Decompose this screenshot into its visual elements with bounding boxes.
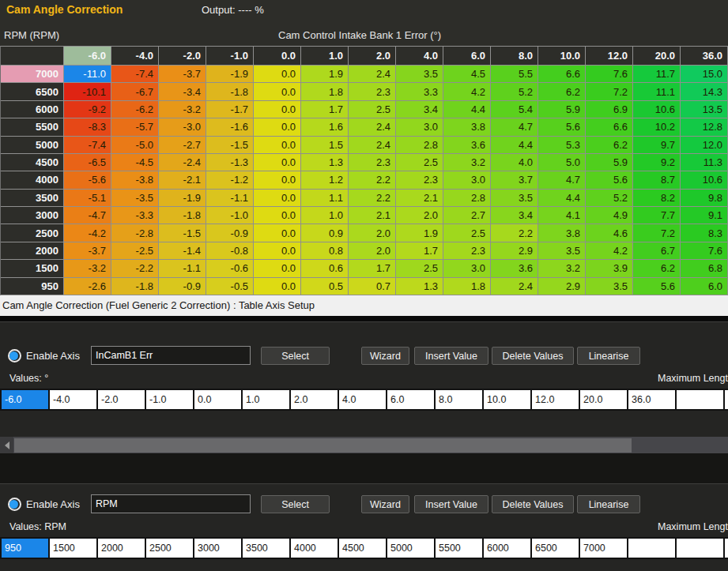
table-cell[interactable]: 7.6 xyxy=(681,242,728,260)
axis-value-cell[interactable]: -6.0 xyxy=(2,390,48,409)
table-cell[interactable]: -0.8 xyxy=(206,242,254,260)
table-cell[interactable]: -8.3 xyxy=(64,118,111,136)
column-header-cell[interactable]: 8.0 xyxy=(491,47,538,66)
table-cell[interactable]: 2.7 xyxy=(443,207,491,224)
table-cell[interactable]: -1.9 xyxy=(206,66,254,83)
table-cell[interactable]: 1.7 xyxy=(301,101,349,118)
table-cell[interactable]: 2.0 xyxy=(349,242,396,260)
table-cell[interactable]: 3.2 xyxy=(538,260,586,277)
table-cell[interactable]: -1.0 xyxy=(206,207,254,224)
table-cell[interactable]: -2.1 xyxy=(159,171,206,189)
table-cell[interactable]: 8.2 xyxy=(633,190,681,207)
axis-value-cell[interactable]: 7000 xyxy=(580,539,627,558)
table-cell[interactable]: -3.7 xyxy=(64,242,111,260)
table-cell[interactable]: 3.6 xyxy=(443,137,491,154)
scroll-left-arrow-icon[interactable] xyxy=(0,437,13,454)
table-cell[interactable]: 1.9 xyxy=(396,224,443,242)
table-cell[interactable]: -1.1 xyxy=(206,190,254,207)
row-header-cell[interactable]: 3500 xyxy=(1,190,64,207)
table-cell[interactable]: -1.8 xyxy=(159,207,206,224)
column-header-cell[interactable]: 36.0 xyxy=(681,47,728,66)
row-header-cell[interactable]: 5000 xyxy=(1,137,64,154)
table-cell[interactable]: 2.2 xyxy=(491,224,538,242)
table-cell[interactable]: -1.5 xyxy=(159,224,206,242)
table-cell[interactable]: 6.0 xyxy=(681,278,728,295)
column-header-cell[interactable]: 12.0 xyxy=(586,47,633,66)
table-cell[interactable]: 5.2 xyxy=(586,190,633,207)
axis-value-cell[interactable]: 12.0 xyxy=(532,390,579,409)
table-cell[interactable]: 0.0 xyxy=(254,137,301,154)
axis-channel-input[interactable] xyxy=(91,494,251,513)
table-cell[interactable]: 3.8 xyxy=(538,224,586,242)
axis-empty-cell[interactable] xyxy=(628,539,675,558)
table-cell[interactable]: -6.2 xyxy=(111,101,159,118)
table-cell[interactable]: 2.9 xyxy=(491,242,538,260)
table-cell[interactable]: -3.7 xyxy=(159,66,206,83)
row-header-cell[interactable]: 5500 xyxy=(1,118,64,136)
table-cell[interactable]: -0.5 xyxy=(206,278,254,295)
table-cell[interactable]: 0.0 xyxy=(254,66,301,83)
table-cell[interactable]: 1.0 xyxy=(301,207,349,224)
axis-value-cell[interactable]: 4000 xyxy=(291,539,338,558)
table-cell[interactable]: 0.0 xyxy=(254,242,301,260)
axis-value-cell[interactable]: 5000 xyxy=(387,539,434,558)
axis-value-cell[interactable]: 6500 xyxy=(532,539,579,558)
table-cell[interactable]: 6.2 xyxy=(586,137,633,154)
table-cell[interactable]: 2.8 xyxy=(396,137,443,154)
table-cell[interactable]: 0.0 xyxy=(254,154,301,171)
scrollbar-thumb[interactable] xyxy=(14,438,632,453)
table-cell[interactable]: 4.2 xyxy=(443,83,491,100)
select-button[interactable]: Select xyxy=(261,347,330,365)
table-cell[interactable]: 5.4 xyxy=(491,101,538,118)
row-header-cell[interactable]: 1500 xyxy=(1,260,64,277)
table-cell[interactable]: 6.6 xyxy=(538,66,586,83)
table-cell[interactable]: 2.5 xyxy=(396,260,443,277)
table-cell[interactable]: 3.9 xyxy=(586,260,633,277)
table-cell[interactable]: 0.0 xyxy=(254,260,301,277)
table-cell[interactable]: 2.2 xyxy=(349,190,396,207)
table-cell[interactable]: 3.3 xyxy=(396,83,443,100)
table-cell[interactable]: -2.8 xyxy=(111,224,159,242)
table-cell[interactable]: -1.7 xyxy=(206,101,254,118)
table-cell[interactable]: 1.3 xyxy=(301,154,349,171)
axis-value-cell[interactable]: 0.0 xyxy=(194,390,241,409)
table-cell[interactable]: -0.9 xyxy=(206,224,254,242)
table-cell[interactable]: 3.4 xyxy=(491,207,538,224)
axis-value-cell[interactable]: 4500 xyxy=(339,539,386,558)
axis-empty-cell[interactable] xyxy=(677,539,723,558)
table-cell[interactable]: 12.8 xyxy=(681,118,728,136)
linearise-button[interactable]: Linearise xyxy=(577,495,640,513)
table-cell[interactable]: 4.4 xyxy=(538,190,586,207)
table-cell[interactable]: 9.2 xyxy=(633,154,681,171)
axis-value-cell[interactable]: 3000 xyxy=(194,539,241,558)
table-cell[interactable]: 2.1 xyxy=(349,207,396,224)
table-cell[interactable]: 2.4 xyxy=(349,66,396,83)
table-cell[interactable]: 12.0 xyxy=(681,137,728,154)
table-cell[interactable]: 5.9 xyxy=(586,154,633,171)
table-cell[interactable]: 0.0 xyxy=(254,118,301,136)
table-cell[interactable]: 1.6 xyxy=(301,118,349,136)
table-cell[interactable]: 1.5 xyxy=(301,137,349,154)
table-cell[interactable]: 4.9 xyxy=(586,207,633,224)
table-cell[interactable]: 2.4 xyxy=(349,137,396,154)
table-cell[interactable]: 2.3 xyxy=(396,171,443,189)
table-cell[interactable]: 10.2 xyxy=(633,118,681,136)
table-cell[interactable]: 1.9 xyxy=(301,66,349,83)
row-header-cell[interactable]: 4000 xyxy=(1,171,64,189)
row-header-cell[interactable]: 7000 xyxy=(1,66,64,83)
table-cell[interactable]: 0.0 xyxy=(254,190,301,207)
table-cell[interactable]: -9.2 xyxy=(64,101,111,118)
table-cell[interactable]: 2.3 xyxy=(349,83,396,100)
column-header-cell[interactable]: 1.0 xyxy=(301,47,349,66)
table-cell[interactable]: 3.2 xyxy=(443,154,491,171)
table-cell[interactable]: -3.8 xyxy=(111,171,159,189)
axis-channel-input[interactable] xyxy=(91,346,251,365)
table-cell[interactable]: 3.0 xyxy=(443,260,491,277)
table-cell[interactable]: 6.2 xyxy=(633,260,681,277)
table-cell[interactable]: 11.7 xyxy=(633,66,681,83)
table-cell[interactable]: 3.6 xyxy=(491,260,538,277)
table-cell[interactable]: 1.2 xyxy=(301,171,349,189)
table-cell[interactable]: -1.5 xyxy=(206,137,254,154)
table-cell[interactable]: -5.1 xyxy=(64,190,111,207)
axis-value-cell[interactable]: 3500 xyxy=(243,539,289,558)
